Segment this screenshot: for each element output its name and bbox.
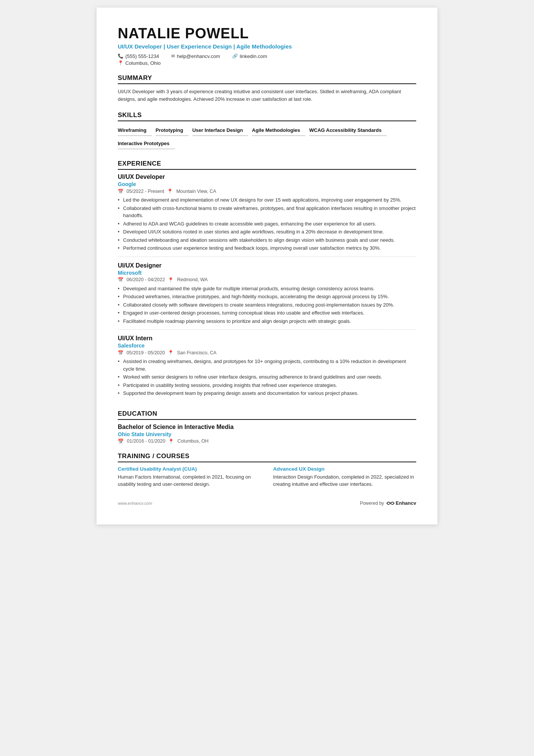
- header-section: NATALIE POWELL UI/UX Developer | User Ex…: [118, 26, 416, 66]
- contact-row: 📞 (555) 555-1234 ✉ help@enhancv.com 🔗 li…: [118, 53, 416, 59]
- email-icon: ✉: [171, 53, 175, 59]
- list-item: Facilitated multiple roadmap planning se…: [118, 318, 416, 325]
- job-location: Redmond, WA: [177, 277, 208, 282]
- skill-item: WCAG Accessibility Standards: [309, 125, 387, 136]
- linkedin-value: linkedin.com: [240, 53, 267, 59]
- education-title: EDUCATION: [118, 410, 416, 420]
- list-item: Collaborated closely with software devel…: [118, 301, 416, 309]
- summary-title: SUMMARY: [118, 74, 416, 84]
- skills-grid: WireframingPrototypingUser Interface Des…: [118, 125, 416, 152]
- skill-item: User Interface Design: [192, 125, 248, 136]
- job-dates: 05/2019 - 05/2020: [126, 350, 165, 355]
- job-meta: 📅 05/2022 - Present 📍 Mountain View, CA: [118, 188, 416, 194]
- job-meta: 📅 06/2020 - 04/2022 📍 Redmond, WA: [118, 277, 416, 283]
- skill-item: Interactive Prototypes: [118, 138, 175, 149]
- list-item: Performed continuous user experience tes…: [118, 244, 416, 252]
- experience-title: EXPERIENCE: [118, 160, 416, 170]
- phone-value: (555) 555-1234: [125, 53, 159, 59]
- list-item: Participated in usability testing sessio…: [118, 382, 416, 389]
- job-company: Microsoft: [118, 270, 416, 276]
- list-item: Worked with senior designers to refine u…: [118, 373, 416, 381]
- location-icon: 📍: [168, 277, 174, 283]
- list-item: Supported the development team by prepar…: [118, 390, 416, 397]
- job-bullets: Developed and maintained the style guide…: [118, 285, 416, 325]
- list-item: Engaged in user-centered design processe…: [118, 309, 416, 317]
- edu-meta: 📅 01/2016 - 01/2020 📍 Columbus, OH: [118, 438, 416, 444]
- footer-website: www.enhancv.com: [118, 501, 152, 506]
- job-block: UI/UX DeveloperGoogle📅 05/2022 - Present…: [118, 174, 416, 257]
- powered-by-label: Powered by: [360, 501, 384, 506]
- phone-icon: 📞: [118, 53, 123, 59]
- link-icon: 🔗: [232, 53, 238, 59]
- job-block: UI/UX InternSalesforce📅 05/2019 - 05/202…: [118, 335, 416, 402]
- list-item: Assisted in creating wireframes, designs…: [118, 358, 416, 373]
- enhancv-brand-name: Enhancv: [396, 500, 416, 506]
- enhancv-logo: Enhancv: [386, 500, 416, 506]
- footer-brand: Powered by Enhancv: [360, 500, 416, 506]
- job-company: Google: [118, 181, 416, 187]
- skill-item: Agile Methodologies: [252, 125, 305, 136]
- job-title: UI/UX Intern: [118, 335, 416, 342]
- training-title: TRAINING / COURSES: [118, 452, 416, 462]
- edu-loc-icon: 📍: [168, 438, 174, 444]
- edu-location: Columbus, OH: [177, 438, 208, 444]
- job-location: San Francisco, CA: [177, 350, 216, 355]
- list-item: Developed and maintained the style guide…: [118, 285, 416, 293]
- location-icon: 📍: [168, 350, 174, 355]
- enhancv-logo-svg: [386, 500, 395, 506]
- list-item: Led the development and implementation o…: [118, 196, 416, 204]
- training-item: Certified Usability Analyst (CUA)Human F…: [118, 466, 261, 488]
- skill-item: Wireframing: [118, 125, 152, 136]
- job-bullets: Led the development and implementation o…: [118, 196, 416, 252]
- job-dates: 05/2022 - Present: [126, 189, 164, 194]
- skill-item: Prototyping: [156, 125, 189, 136]
- experience-section: EXPERIENCE UI/UX DeveloperGoogle📅 05/202…: [118, 160, 416, 402]
- list-item: Collaborated with cross-functional teams…: [118, 205, 416, 219]
- training-item-text: Human Factors International, completed i…: [118, 473, 261, 488]
- training-item: Advanced UX DesignInteraction Design Fou…: [273, 466, 416, 488]
- calendar-icon: 📅: [118, 189, 123, 194]
- job-location: Mountain View, CA: [176, 189, 216, 194]
- education-section: EDUCATION Bachelor of Science in Interac…: [118, 410, 416, 444]
- email-value: help@enhancv.com: [177, 53, 220, 59]
- job-company: Salesforce: [118, 343, 416, 349]
- location-icon: 📍: [167, 188, 173, 194]
- list-item: Developed UI/UX solutions rooted in user…: [118, 228, 416, 236]
- list-item: Produced wireframes, interactive prototy…: [118, 293, 416, 301]
- phone-contact: 📞 (555) 555-1234: [118, 53, 159, 59]
- edu-dates-icon: 📅: [118, 438, 124, 444]
- job-title: UI/UX Developer: [118, 174, 416, 180]
- resume-page: NATALIE POWELL UI/UX Developer | User Ex…: [97, 8, 437, 524]
- email-contact: ✉ help@enhancv.com: [171, 53, 220, 59]
- linkedin-contact: 🔗 linkedin.com: [232, 53, 267, 59]
- location-row: 📍 Columbus, Ohio: [118, 60, 416, 66]
- job-meta: 📅 05/2019 - 05/2020 📍 San Francisco, CA: [118, 350, 416, 355]
- calendar-icon: 📅: [118, 350, 123, 355]
- summary-section: SUMMARY UI/UX Developer with 3 years of …: [118, 74, 416, 103]
- job-bullets: Assisted in creating wireframes, designs…: [118, 358, 416, 397]
- location-icon: 📍: [118, 60, 123, 66]
- candidate-name: NATALIE POWELL: [118, 26, 416, 42]
- edu-school: Ohio State University: [118, 431, 416, 437]
- location-value: Columbus, Ohio: [125, 60, 161, 66]
- job-title: UI/UX Designer: [118, 262, 416, 269]
- skills-section: SKILLS WireframingPrototypingUser Interf…: [118, 111, 416, 152]
- calendar-icon: 📅: [118, 277, 123, 282]
- training-section: TRAINING / COURSES Certified Usability A…: [118, 452, 416, 488]
- list-item: Adhered to ADA and WCAG guidelines to cr…: [118, 220, 416, 228]
- training-item-title: Certified Usability Analyst (CUA): [118, 466, 261, 472]
- edu-dates: 01/2016 - 01/2020: [127, 438, 165, 444]
- job-dates: 06/2020 - 04/2022: [126, 277, 165, 282]
- edu-degree: Bachelor of Science in Interactive Media: [118, 424, 416, 430]
- summary-text: UI/UX Developer with 3 years of experien…: [118, 88, 416, 103]
- footer: www.enhancv.com Powered by Enhancv: [118, 500, 416, 506]
- training-item-text: Interaction Design Foundation, completed…: [273, 473, 416, 488]
- training-item-title: Advanced UX Design: [273, 466, 416, 472]
- skills-title: SKILLS: [118, 111, 416, 121]
- training-grid: Certified Usability Analyst (CUA)Human F…: [118, 466, 416, 488]
- candidate-title: UI/UX Developer | User Experience Design…: [118, 43, 416, 50]
- job-block: UI/UX DesignerMicrosoft📅 06/2020 - 04/20…: [118, 262, 416, 330]
- list-item: Conducted whiteboarding and ideation ses…: [118, 236, 416, 244]
- jobs-container: UI/UX DeveloperGoogle📅 05/2022 - Present…: [118, 174, 416, 402]
